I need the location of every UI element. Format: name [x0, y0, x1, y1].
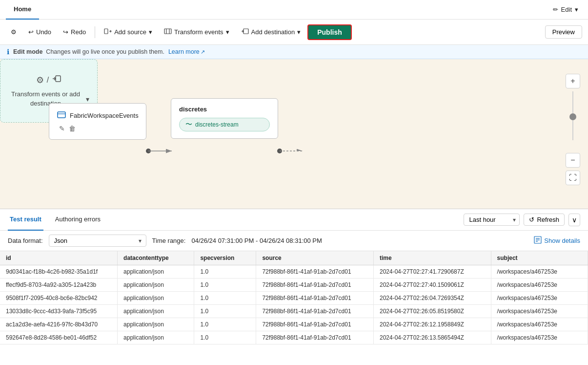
table-cell-source: 72f988bf-86f1-41af-91ab-2d7cd01 — [256, 305, 374, 318]
dest-separator: / — [47, 76, 49, 85]
table-cell-time: 2024-04-27T02:27:40.1509061Z — [373, 279, 491, 292]
svg-rect-4 — [164, 29, 171, 34]
col-specversion: specversion — [194, 251, 256, 265]
table-cell-datacontenttype: application/json — [118, 292, 194, 305]
add-dest-icon — [52, 74, 61, 86]
add-destination-button[interactable]: Add destination ▾ — [236, 25, 306, 39]
preview-button[interactable]: Preview — [545, 25, 582, 39]
transform-events-button[interactable]: Transform events ▾ — [159, 25, 234, 39]
table-cell-datacontenttype: application/json — [118, 279, 194, 292]
app-header: Home ✏ Edit ▾ — [0, 0, 588, 20]
table-cell-specversion: 1.0 — [194, 331, 256, 344]
table-cell-time: 2024-04-27T02:27:41.7290687Z — [373, 265, 491, 279]
destination-expand-icon[interactable]: ▾ — [86, 95, 89, 103]
tab-test-result[interactable]: Test result — [8, 209, 43, 231]
svg-rect-18 — [56, 76, 61, 82]
table-cell-id: 592647e8-8d28-4586-be01-46df52 — [0, 331, 118, 344]
undo-icon: ↩ — [28, 28, 34, 36]
table-row[interactable]: 9d0341ac-f18b-4c26-b982-35a1d1fapplicati… — [0, 265, 588, 279]
redo-icon: ↪ — [63, 28, 68, 36]
source-node[interactable]: FabricWorkspaceEvents ✎ 🗑 — [49, 103, 146, 140]
table-cell-datacontenttype: application/json — [118, 305, 194, 318]
refresh-icon: ↺ — [529, 216, 534, 223]
chevron-down-icon: ▾ — [575, 6, 578, 13]
add-source-icon — [104, 27, 112, 37]
expand-icon: ∨ — [572, 216, 577, 224]
show-details-icon — [534, 236, 542, 245]
table-cell-source: 72f988bf-86f1-41af-91ab-2d7cd01 — [256, 292, 374, 305]
settings-button[interactable]: ⚙ — [6, 26, 21, 38]
table-cell-id: 13033d8c-9ccc-4d33-9afa-73f5c95 — [0, 305, 118, 318]
format-select-wrapper: Json Avro CSV — [49, 235, 146, 247]
format-select[interactable]: Json Avro CSV — [49, 235, 146, 247]
table-cell-specversion: 1.0 — [194, 305, 256, 318]
transform-icon — [164, 27, 172, 37]
add-destination-icon — [241, 27, 249, 37]
panel-controls: Last hour Last 6 hours Last 24 hours Las… — [464, 214, 580, 226]
data-format-row: Data format: Json Avro CSV Time range: 0… — [0, 231, 588, 251]
add-destination-chevron-icon: ▾ — [297, 28, 301, 36]
table-cell-time: 2024-04-27T02:26:04.7269354Z — [373, 292, 491, 305]
add-source-button[interactable]: Add source ▾ — [99, 25, 157, 39]
svg-rect-10 — [243, 29, 248, 34]
table-cell-subject: /workspaces/a467253e — [491, 331, 588, 344]
source-node-icon — [57, 110, 66, 121]
data-format-label: Data format: — [8, 237, 43, 244]
toolbar: ⚙ ↩ Undo ↪ Redo Add source ▾ Transform e… — [0, 20, 588, 45]
refresh-button[interactable]: ↺ Refresh — [524, 214, 565, 226]
source-node-header: FabricWorkspaceEvents — [57, 110, 138, 121]
learn-more-link[interactable]: Learn more ↗ — [168, 48, 205, 55]
publish-button[interactable]: Publish — [307, 24, 352, 40]
table-cell-id: 9508f1f7-2095-40c8-bc6e-82bc942 — [0, 292, 118, 305]
table-cell-id: ffecf9d5-8703-4a92-a305-12a423b — [0, 279, 118, 292]
table-cell-time: 2024-04-27T02:26:05.8519580Z — [373, 305, 491, 318]
source-node-actions: ✎ 🗑 — [57, 125, 138, 132]
col-id: id — [0, 251, 118, 265]
zoom-out-button[interactable]: − — [566, 153, 580, 168]
table-cell-source: 72f988bf-86f1-41af-91ab-2d7cd01 — [256, 318, 374, 331]
table-cell-datacontenttype: application/json — [118, 265, 194, 279]
zoom-slider-handle[interactable] — [569, 113, 576, 120]
data-table-wrapper[interactable]: id datacontenttype specversion source ti… — [0, 251, 588, 344]
edit-button[interactable]: ✏ Edit ▾ — [549, 4, 582, 15]
col-datacontenttype: datacontenttype — [118, 251, 194, 265]
add-source-chevron-icon: ▾ — [149, 28, 152, 36]
table-row[interactable]: 592647e8-8d28-4586-be01-46df52applicatio… — [0, 331, 588, 344]
zoom-in-button[interactable]: + — [566, 74, 580, 88]
edit-source-icon[interactable]: ✎ — [59, 125, 65, 132]
table-cell-subject: /workspaces/a467253e — [491, 265, 588, 279]
table-cell-specversion: 1.0 — [194, 292, 256, 305]
table-cell-subject: /workspaces/a467253e — [491, 305, 588, 318]
redo-button[interactable]: ↪ Redo — [58, 26, 91, 38]
transform-node[interactable]: discretes 〜 discretes-stream — [171, 98, 278, 139]
table-row[interactable]: ac1a2d3e-aefa-4216-97fc-8b43d70applicati… — [0, 318, 588, 331]
time-range-value: 04/26/24 07:31:00 PM - 04/26/24 08:31:00… — [191, 237, 322, 244]
delete-source-icon[interactable]: 🗑 — [69, 125, 76, 132]
transform-dest-icon: ⚙ — [36, 75, 44, 86]
edit-mode-text: Edit mode Changes will go live once you … — [13, 48, 164, 55]
table-row[interactable]: ffecf9d5-8703-4a92-a305-12a423bapplicati… — [0, 279, 588, 292]
time-select[interactable]: Last hour Last 6 hours Last 24 hours Las… — [464, 214, 520, 226]
col-subject: subject — [491, 251, 588, 265]
panel-tabs: Test result Authoring errors Last hour L… — [0, 209, 588, 231]
fit-view-button[interactable]: ⛶ — [566, 171, 580, 185]
table-cell-time: 2024-04-27T02:26:13.5865494Z — [373, 331, 491, 344]
transform-output-dot — [277, 149, 282, 153]
time-select-wrapper: Last hour Last 6 hours Last 24 hours Las… — [464, 214, 520, 226]
table-cell-source: 72f988bf-86f1-41af-91ab-2d7cd01 — [256, 331, 374, 344]
tab-home[interactable]: Home — [6, 0, 39, 20]
table-row[interactable]: 9508f1f7-2095-40c8-bc6e-82bc942applicati… — [0, 292, 588, 305]
show-details-button[interactable]: Show details — [534, 236, 580, 245]
table-cell-specversion: 1.0 — [194, 318, 256, 331]
table-cell-id: ac1a2d3e-aefa-4216-97fc-8b43d70 — [0, 318, 118, 331]
fit-icon: ⛶ — [569, 173, 577, 182]
table-row[interactable]: 13033d8c-9ccc-4d33-9afa-73f5c95applicati… — [0, 305, 588, 318]
source-node-name: FabricWorkspaceEvents — [70, 112, 139, 119]
tab-authoring-errors[interactable]: Authoring errors — [53, 209, 102, 231]
table-cell-specversion: 1.0 — [194, 265, 256, 279]
undo-button[interactable]: ↩ Undo — [23, 26, 56, 38]
transform-node-title: discretes — [179, 106, 270, 113]
panel-expand-button[interactable]: ∨ — [568, 214, 580, 226]
table-cell-id: 9d0341ac-f18b-4c26-b982-35a1d1f — [0, 265, 118, 279]
time-range-label: Time range: — [152, 237, 186, 244]
